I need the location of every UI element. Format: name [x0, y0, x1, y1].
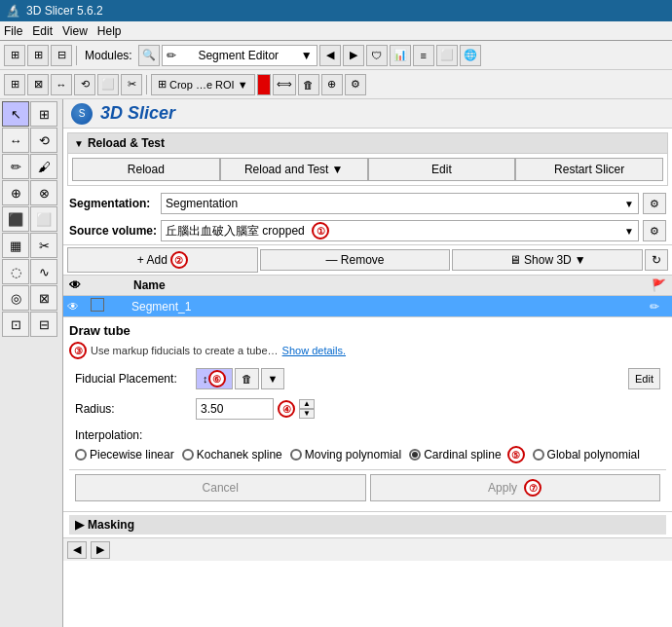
sidebar-btn-add[interactable]: ⊕ — [2, 180, 29, 205]
title-bar: 🔬 3D Slicer 5.6.2 — [0, 0, 672, 21]
sidebar-row-9: ⊡ ⊟ — [2, 312, 60, 337]
sidebar-btn-box2[interactable]: ⊡ — [2, 312, 29, 337]
sidebar-btn-arrow[interactable]: ↖ — [2, 101, 29, 127]
toolbar2-more-btn[interactable]: ⊕ — [321, 74, 343, 95]
toolbar-icon-btn-8[interactable]: 🌐 — [460, 45, 481, 66]
toolbar-nav-forward[interactable]: ▶ — [343, 45, 364, 66]
toolbar-icon-btn-3[interactable]: ⊟ — [51, 45, 72, 66]
show-details-link[interactable]: Show details. — [282, 345, 346, 356]
toolbar-icon-btn-5[interactable]: 📊 — [390, 45, 411, 66]
fiducial-row: Fiducial Placement: ↕ ⑥ 🗑 ▼ Edit — [69, 365, 666, 392]
restart-slicer-button[interactable]: Restart Slicer — [515, 158, 663, 181]
sidebar-btn-circle[interactable]: ◌ — [2, 259, 29, 284]
sidebar-btn-fill[interactable]: ⬛ — [2, 206, 29, 232]
crop-roi-btn[interactable]: ⊞ Crop …e ROI ▼ — [151, 74, 255, 95]
radio-piecewise-circle — [75, 449, 87, 461]
radio-kochanek[interactable]: Kochanek spline — [182, 446, 282, 463]
sidebar-btn-dot[interactable]: ◎ — [2, 285, 29, 311]
cancel-button[interactable]: Cancel — [75, 474, 366, 501]
draw-tube-title: Draw tube — [69, 323, 666, 338]
app-icon: 🔬 — [6, 4, 20, 18]
source-volume-config-btn[interactable]: ⚙ — [643, 220, 666, 241]
show3d-refresh-btn[interactable]: ↻ — [645, 249, 668, 271]
apply-button[interactable]: Apply ⑦ — [370, 474, 661, 501]
toolbar2-settings-btn[interactable]: ⚙ — [345, 74, 366, 95]
sidebar-btn-clear[interactable]: ⬜ — [30, 206, 57, 232]
radius-down-btn[interactable]: ▼ — [299, 409, 315, 419]
interpolation-row: Interpolation: Piecewise linear Kochanek… — [69, 425, 666, 466]
sidebar-btn-wave[interactable]: ∿ — [30, 259, 57, 284]
segmentation-config-btn[interactable]: ⚙ — [643, 193, 666, 214]
edit-button[interactable]: Edit — [368, 158, 516, 181]
fiducial-label: Fiducial Placement: — [75, 372, 192, 386]
bottom-btn-right[interactable]: ▶ — [91, 541, 110, 559]
fiducial-buttons: ↕ ⑥ 🗑 ▼ Edit — [196, 368, 660, 389]
show3d-arrow: ▼ — [575, 253, 586, 267]
toolbar2-btn-6[interactable]: ✂ — [121, 74, 142, 95]
bottom-bar: ◀ ▶ — [63, 537, 672, 561]
toolbar-nav-back[interactable]: ◀ — [319, 45, 341, 66]
segmentation-form-row: Segmentation: Segmentation ▼ ⚙ — [63, 190, 672, 217]
sidebar-btn-draw[interactable]: ✏ — [2, 154, 29, 179]
fiducial-dropdown-btn[interactable]: ▼ — [261, 368, 285, 389]
toolbar-icon-btn-6[interactable]: ≡ — [413, 45, 434, 66]
segment-row[interactable]: 👁 Segment_1 ✏ — [63, 296, 672, 317]
reload-and-test-arrow: ▼ — [331, 163, 343, 176]
toolbar2-trash-btn[interactable]: 🗑 — [298, 74, 319, 95]
toolbar2-slice-btn[interactable]: ⟺ — [273, 74, 296, 95]
fiducial-trash-btn[interactable]: 🗑 — [235, 368, 259, 389]
sidebar-row-5: ⬛ ⬜ — [2, 206, 60, 232]
bottom-btn-left[interactable]: ◀ — [67, 541, 87, 559]
source-volume-select[interactable]: 丘腦出血破入腦室 cropped ① ▼ — [161, 220, 639, 241]
sidebar-btn-cut[interactable]: ✂ — [30, 233, 57, 258]
reload-and-test-label: Reload and Test — [244, 163, 329, 176]
segment-edit-icon[interactable]: ✏ — [646, 296, 672, 317]
toolbar2-btn-2[interactable]: ⊠ — [27, 74, 49, 95]
toolbar2-btn-1[interactable]: ⊞ — [4, 74, 25, 95]
radio-piecewise[interactable]: Piecewise linear — [75, 446, 174, 463]
sidebar-row-4: ⊕ ⊗ — [2, 180, 60, 205]
radio-global[interactable]: Global polynomial — [533, 446, 640, 463]
sidebar-btn-resize[interactable]: ↔ — [2, 128, 29, 153]
sidebar-btn-pattern[interactable]: ▦ — [2, 233, 29, 258]
toolbar2-btn-4[interactable]: ⟲ — [74, 74, 95, 95]
sidebar-btn-grid[interactable]: ⊞ — [30, 101, 57, 127]
add-button[interactable]: + Add ② — [67, 247, 258, 273]
toolbar2-color-btn[interactable] — [257, 74, 271, 95]
module-dropdown-arrow: ▼ — [301, 49, 313, 62]
segmentation-select[interactable]: Segmentation ▼ — [161, 193, 639, 214]
radio-moving[interactable]: Moving polynomial — [290, 446, 401, 463]
toolbar-icon-btn-7[interactable]: ⬜ — [436, 45, 458, 66]
toolbar2-btn-3[interactable]: ↔ — [51, 74, 72, 95]
toolbar-icon-btn-1[interactable]: ⊞ — [4, 45, 25, 66]
radius-row: Radius: ④ ▲ ▼ — [69, 395, 666, 423]
module-dropdown[interactable]: ✏ Segment Editor ▼ — [162, 45, 317, 66]
remove-button[interactable]: — Remove — [260, 249, 451, 271]
fiducial-place-btn[interactable]: ↕ ⑥ — [196, 368, 233, 389]
radio-cardinal[interactable]: Cardinal spline ⑤ — [409, 446, 524, 463]
sidebar-btn-paint[interactable]: 🖌 — [30, 154, 57, 179]
modules-search-btn[interactable]: 🔍 — [138, 45, 160, 66]
sidebar-btn-remove[interactable]: ⊗ — [30, 180, 57, 205]
sidebar-btn-box[interactable]: ⊠ — [30, 285, 57, 311]
radius-up-btn[interactable]: ▲ — [299, 399, 315, 409]
toolbar-icon-btn-4[interactable]: 🛡 — [366, 45, 388, 66]
crop-roi-label: Crop …e ROI — [169, 79, 235, 91]
menu-edit[interactable]: Edit — [32, 24, 53, 38]
toolbar-icon-btn-2[interactable]: ⊞ — [27, 45, 49, 66]
reload-and-test-button[interactable]: Reload and Test ▼ — [220, 158, 368, 181]
sidebar-row-6: ▦ ✂ — [2, 233, 60, 258]
fiducial-edit-btn[interactable]: Edit — [628, 368, 660, 389]
sidebar-btn-minus[interactable]: ⊟ — [30, 312, 57, 337]
menu-view[interactable]: View — [62, 24, 88, 38]
menu-help[interactable]: Help — [97, 24, 122, 38]
radius-input[interactable] — [196, 398, 274, 420]
reload-button[interactable]: Reload — [72, 158, 220, 181]
sidebar-row-7: ◌ ∿ — [2, 259, 60, 284]
toolbar2-btn-5[interactable]: ⬜ — [97, 74, 119, 95]
remove-label: — Remove — [325, 253, 384, 267]
show3d-button[interactable]: 🖥 Show 3D ▼ — [452, 249, 643, 271]
menu-file[interactable]: File — [4, 24, 22, 38]
sidebar-btn-rotate[interactable]: ⟲ — [30, 128, 57, 153]
apply-badge: ⑦ — [524, 479, 541, 497]
